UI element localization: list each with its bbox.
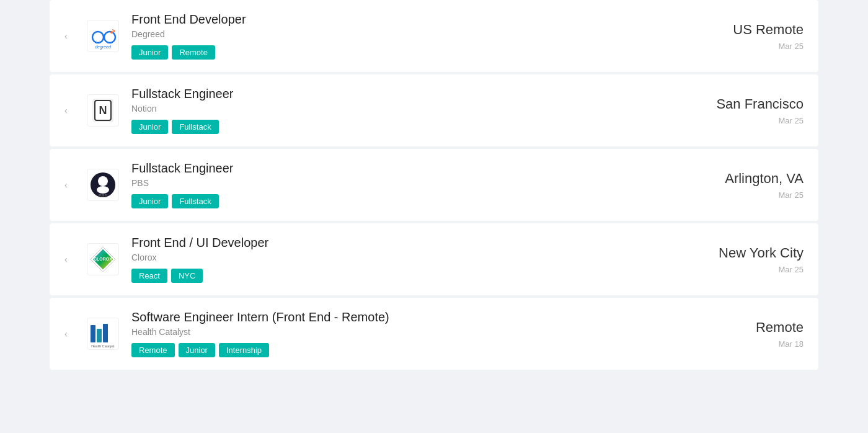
job-title: Fullstack Engineer — [131, 87, 680, 101]
tag-junior: Junior — [179, 343, 215, 357]
job-location: US Remote — [680, 22, 804, 38]
job-card-3[interactable]: ‹ PBS Fullstack Engineer PBS JuniorFulls… — [50, 149, 818, 221]
expand-chevron[interactable]: ‹ — [64, 180, 77, 190]
svg-text:N: N — [99, 104, 107, 117]
svg-text:degreed: degreed — [95, 45, 112, 50]
expand-chevron[interactable]: ‹ — [64, 254, 77, 264]
job-info: Front End Developer Degreed JuniorRemote — [131, 12, 680, 60]
job-date: Mar 25 — [680, 116, 804, 125]
svg-point-4 — [110, 31, 113, 33]
job-card-5[interactable]: ‹ Health Catalyst Software Engineer Inte… — [50, 298, 818, 370]
svg-text:Health Catalyst: Health Catalyst — [91, 344, 115, 348]
svg-rect-25 — [103, 324, 108, 342]
job-location: Remote — [680, 319, 804, 336]
expand-chevron[interactable]: ‹ — [64, 105, 77, 115]
company-name: PBS — [131, 178, 680, 188]
job-meta: US Remote Mar 25 — [680, 22, 804, 51]
job-tags: RemoteJuniorInternship — [131, 343, 680, 357]
job-card-2[interactable]: ‹ N Fullstack Engineer Notion JuniorFull… — [50, 74, 818, 146]
expand-chevron[interactable]: ‹ — [64, 329, 77, 339]
svg-rect-24 — [97, 329, 102, 342]
job-meta: Remote Mar 18 — [680, 319, 804, 349]
job-list: ‹ degreed Front End Developer — [0, 0, 868, 370]
job-info: Front End / UI Developer Clorox ReactNYC — [131, 236, 680, 283]
tag-internship: Internship — [219, 343, 269, 357]
svg-rect-23 — [91, 325, 95, 342]
job-card-4[interactable]: ‹ CLOROX Front End / UI Developer Clorox — [50, 223, 818, 295]
job-date: Mar 25 — [680, 190, 804, 200]
job-info: Fullstack Engineer PBS JuniorFullstack — [131, 161, 680, 208]
company-logo-notion: N — [87, 94, 119, 127]
job-title: Front End / UI Developer — [131, 236, 680, 250]
job-location: San Francisco — [680, 96, 804, 112]
tag-react: React — [131, 269, 167, 283]
svg-point-15 — [97, 186, 109, 194]
company-name: Degreed — [131, 29, 680, 39]
company-name: Health Catalyst — [131, 327, 680, 337]
svg-point-6 — [112, 29, 113, 30]
job-location: Arlington, VA — [680, 171, 804, 187]
tag-junior: Junior — [131, 194, 168, 208]
job-tags: JuniorFullstack — [131, 120, 680, 134]
job-info: Software Engineer Intern (Front End - Re… — [131, 310, 680, 357]
svg-text:CLOROX: CLOROX — [94, 257, 112, 261]
job-meta: Arlington, VA Mar 25 — [680, 171, 804, 200]
expand-chevron[interactable]: ‹ — [64, 31, 77, 41]
tag-junior: Junior — [131, 45, 168, 60]
job-meta: San Francisco Mar 25 — [680, 96, 804, 125]
company-logo-clorox: CLOROX — [87, 243, 119, 275]
job-location: New York City — [680, 245, 804, 261]
tag-junior: Junior — [131, 120, 168, 134]
company-name: Clorox — [131, 252, 680, 262]
company-logo-degreed: degreed — [87, 20, 119, 52]
job-title: Software Engineer Intern (Front End - Re… — [131, 310, 680, 324]
job-meta: New York City Mar 25 — [680, 245, 804, 274]
tag-nyc: NYC — [171, 269, 203, 283]
svg-point-14 — [98, 176, 108, 186]
tag-fullstack: Fullstack — [172, 120, 218, 134]
tag-fullstack: Fullstack — [172, 194, 218, 208]
company-name: Notion — [131, 104, 680, 114]
company-logo-healthcatalyst: Health Catalyst — [87, 318, 119, 350]
job-tags: JuniorRemote — [131, 45, 680, 60]
job-title: Fullstack Engineer — [131, 161, 680, 176]
svg-point-5 — [113, 30, 115, 32]
job-date: Mar 18 — [680, 339, 804, 349]
job-tags: JuniorFullstack — [131, 194, 680, 208]
job-tags: ReactNYC — [131, 269, 680, 283]
job-date: Mar 25 — [680, 265, 804, 274]
job-date: Mar 25 — [680, 42, 804, 51]
tag-remote: Remote — [131, 343, 175, 357]
job-card-1[interactable]: ‹ degreed Front End Developer — [50, 0, 818, 72]
tag-remote: Remote — [172, 45, 215, 60]
job-info: Fullstack Engineer Notion JuniorFullstac… — [131, 87, 680, 134]
company-logo-pbs: PBS — [87, 169, 119, 201]
job-title: Front End Developer — [131, 12, 680, 27]
svg-text:PBS: PBS — [99, 194, 108, 198]
